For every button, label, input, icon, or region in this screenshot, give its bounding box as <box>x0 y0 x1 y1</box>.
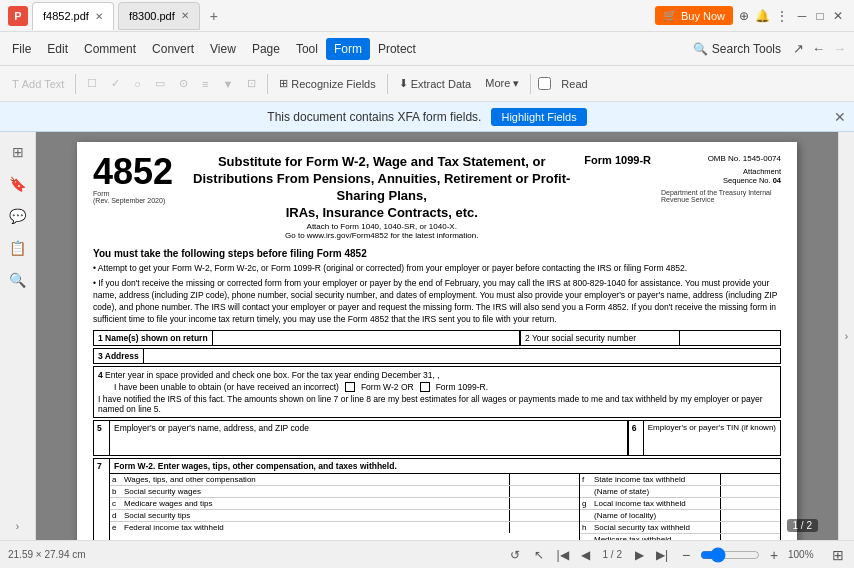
forward-icon[interactable]: → <box>829 39 850 58</box>
form-sub: Form(Rev. September 2020) <box>93 190 173 204</box>
row7f-input[interactable] <box>720 474 780 485</box>
add-text-button[interactable]: T Add Text <box>6 75 70 93</box>
next-page-button[interactable]: ▶ <box>629 545 649 565</box>
menu-page[interactable]: Page <box>244 38 288 60</box>
row1-value[interactable] <box>213 331 520 345</box>
left-sidebar: ⊞ 🔖 💬 📋 🔍 › <box>0 132 36 540</box>
row5-value[interactable] <box>114 433 623 453</box>
row7d-input[interactable] <box>509 510 579 521</box>
page-num-badge: 1 / 2 <box>787 519 818 532</box>
right-sidebar: › <box>838 132 854 540</box>
row3-value[interactable] <box>144 349 780 363</box>
row7a-label: Wages, tips, and other compensation <box>122 474 509 485</box>
row7e-label: Federal income tax withheld <box>122 522 509 533</box>
highlight-fields-button[interactable]: Highlight Fields <box>491 108 586 126</box>
row7state-input[interactable] <box>720 486 780 497</box>
cursor-icon[interactable]: ↖ <box>529 545 549 565</box>
row7locality-input[interactable] <box>720 510 780 521</box>
radio-icon-btn[interactable]: ⊙ <box>173 74 194 93</box>
combo-icon-btn[interactable]: ▼ <box>216 75 239 93</box>
close-button[interactable]: ✕ <box>830 8 846 24</box>
tab-f4852[interactable]: f4852.pdf ✕ <box>32 2 114 30</box>
row4-check2-box[interactable] <box>420 382 430 392</box>
page-navigation: |◀ ◀ 1 / 2 ▶ ▶| <box>553 545 672 565</box>
circle-icon-btn[interactable]: ○ <box>128 75 147 93</box>
prev-page-button[interactable]: ◀ <box>576 545 596 565</box>
row7h-input[interactable] <box>720 522 780 533</box>
row7c-input[interactable] <box>509 498 579 509</box>
maximize-button[interactable]: □ <box>812 8 828 24</box>
read-checkbox[interactable] <box>538 77 551 90</box>
toolbar-separator-1 <box>75 74 76 94</box>
tab-f8300[interactable]: f8300.pdf ✕ <box>118 2 200 30</box>
tab-f8300-close[interactable]: ✕ <box>181 10 189 21</box>
zoom-in-button[interactable]: + <box>764 545 784 565</box>
right-panel-toggle[interactable]: › <box>845 331 848 342</box>
back-icon[interactable]: ← <box>808 39 829 58</box>
row7b-input[interactable] <box>509 486 579 497</box>
menu-edit[interactable]: Edit <box>39 38 76 60</box>
more-button[interactable]: More ▾ <box>479 74 525 93</box>
menu-file[interactable]: File <box>4 38 39 60</box>
menu-protect[interactable]: Protect <box>370 38 424 60</box>
list-icon: ≡ <box>202 78 208 90</box>
toolbar-separator-3 <box>387 74 388 94</box>
row7c-label: Medicare wages and tips <box>122 498 509 509</box>
more-options-icon[interactable]: ⋮ <box>776 9 788 23</box>
sidebar-layers-icon[interactable]: 📋 <box>6 236 30 260</box>
row7a-input[interactable] <box>509 474 579 485</box>
row4-check1-box[interactable] <box>345 382 355 392</box>
row7e-input[interactable] <box>509 522 579 533</box>
first-page-button[interactable]: |◀ <box>553 545 573 565</box>
menu-view[interactable]: View <box>202 38 244 60</box>
tab-add-button[interactable]: + <box>204 6 224 26</box>
sidebar-search-icon[interactable]: 🔍 <box>6 268 30 292</box>
bottom-bar: 21.59 × 27.94 cm ↺ ↖ |◀ ◀ 1 / 2 ▶ ▶| − +… <box>0 540 854 568</box>
buy-now-button[interactable]: 🛒 Buy Now <box>655 6 733 25</box>
xfa-banner: This document contains XFA form fields. … <box>0 102 854 132</box>
menu-tool[interactable]: Tool <box>288 38 326 60</box>
title-bar: P f4852.pdf ✕ f8300.pdf ✕ + 🛒 Buy Now ⊕ … <box>0 0 854 32</box>
read-button[interactable]: Read <box>555 75 593 93</box>
recognize-fields-button[interactable]: ⊞ Recognize Fields <box>273 74 381 93</box>
buy-now-label: Buy Now <box>681 10 725 22</box>
zoom-out-button[interactable]: − <box>676 545 696 565</box>
left-panel-toggle[interactable]: › <box>16 521 19 532</box>
row1-num: 1 Name(s) shown on return <box>94 331 213 345</box>
row5-content[interactable]: Employer's or payer's name, address, and… <box>110 421 628 455</box>
sidebar-thumbnails-icon[interactable]: ⊞ <box>6 140 30 164</box>
form-right-block: OMB No. 1545-0074 AttachmentSequence No.… <box>661 154 781 240</box>
row4-text2: I have notified the IRS of this fact. Th… <box>98 394 776 414</box>
checkbox-icon-btn[interactable]: ☐ <box>81 74 103 93</box>
list-icon-btn[interactable]: ≡ <box>196 75 214 93</box>
add-text-label: Add Text <box>22 78 65 90</box>
row7h-label: Social security tax withheld <box>592 522 720 533</box>
menu-convert[interactable]: Convert <box>144 38 202 60</box>
undo-icon[interactable]: ↺ <box>505 545 525 565</box>
xfa-close-button[interactable]: ✕ <box>834 109 846 125</box>
tab-f4852-close[interactable]: ✕ <box>95 11 103 22</box>
search-tools-icon: 🔍 <box>693 42 708 56</box>
textfield-icon-btn[interactable]: ▭ <box>149 74 171 93</box>
row6-value[interactable] <box>648 432 776 452</box>
fit-page-button[interactable]: ⊞ <box>830 545 846 565</box>
external-link-icon[interactable]: ↗ <box>789 39 808 58</box>
last-page-button[interactable]: ▶| <box>652 545 672 565</box>
sidebar-bookmark-icon[interactable]: 🔖 <box>6 172 30 196</box>
menu-form[interactable]: Form <box>326 38 370 60</box>
row7g-label: Local income tax withheld <box>592 498 720 509</box>
sidebar-comment-icon[interactable]: 💬 <box>6 204 30 228</box>
row4-hint: I have been unable to obtain (or have re… <box>114 382 339 392</box>
menu-comment[interactable]: Comment <box>76 38 144 60</box>
row2-value[interactable] <box>680 331 780 345</box>
extract-data-button[interactable]: ⬇ Extract Data <box>393 74 478 93</box>
button-icon-btn[interactable]: ⊡ <box>241 74 262 93</box>
minimize-button[interactable]: ─ <box>794 8 810 24</box>
search-tools-button[interactable]: 🔍 Search Tools <box>685 38 789 60</box>
title-bar-right: 🛒 Buy Now ⊕ 🔔 ⋮ ─ □ ✕ <box>655 6 846 25</box>
row7medicare-input[interactable] <box>720 534 780 540</box>
row7g-input[interactable] <box>720 498 780 509</box>
checkmark-icon-btn[interactable]: ✓ <box>105 74 126 93</box>
zoom-slider[interactable] <box>700 547 760 563</box>
row2-label: 2 Your social security number <box>520 331 680 345</box>
